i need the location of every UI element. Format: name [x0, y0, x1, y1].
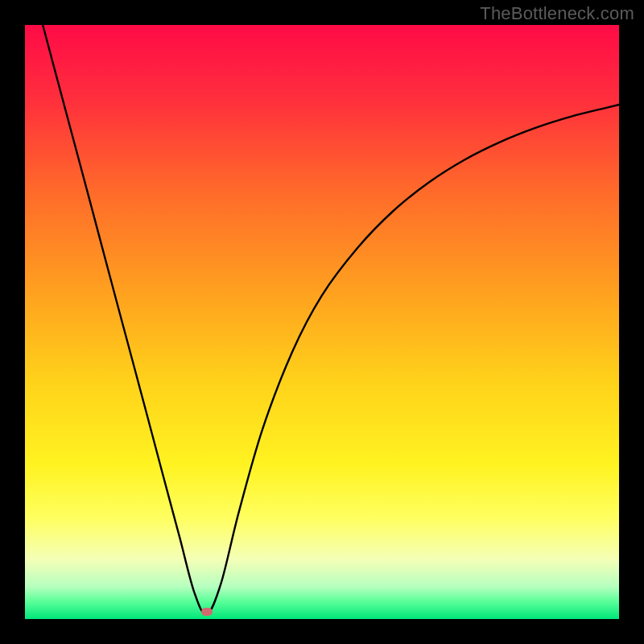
plot-area: [25, 25, 619, 619]
chart-frame: TheBottleneck.com: [0, 0, 644, 644]
bottleneck-curve: [43, 25, 619, 614]
watermark-label: TheBottleneck.com: [480, 3, 634, 24]
minimum-marker: [201, 608, 213, 616]
curve-layer: [25, 25, 619, 619]
